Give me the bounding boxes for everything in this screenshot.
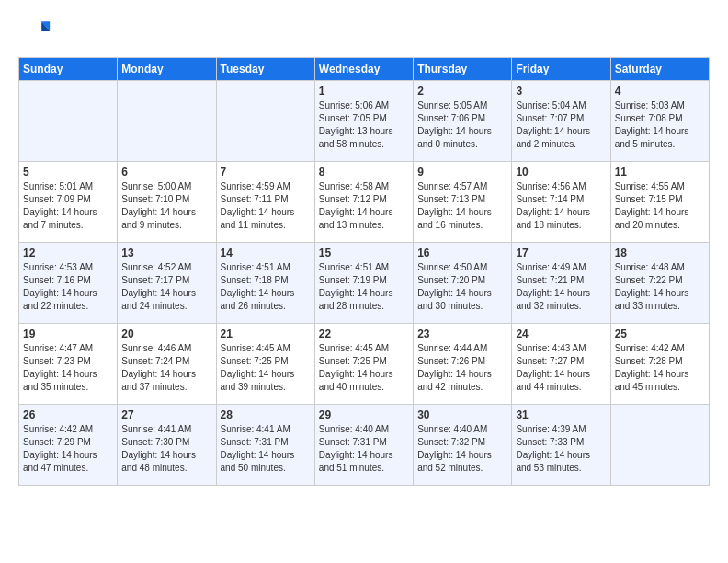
day-number: 22 — [319, 327, 409, 340]
day-detail: Sunrise: 4:48 AMSunset: 7:22 PMDaylight:… — [615, 261, 705, 313]
day-number: 13 — [121, 247, 211, 259]
calendar-cell: 2Sunrise: 5:05 AMSunset: 7:06 PMDaylight… — [414, 81, 512, 162]
day-number: 10 — [516, 166, 606, 178]
calendar-week-row: 5Sunrise: 5:01 AMSunset: 7:09 PMDaylight… — [19, 162, 710, 243]
day-detail: Sunrise: 4:43 AMSunset: 7:27 PMDaylight:… — [516, 342, 606, 394]
day-detail: Sunrise: 5:01 AMSunset: 7:09 PMDaylight:… — [23, 180, 113, 232]
calendar-cell: 28Sunrise: 4:41 AMSunset: 7:31 PMDayligh… — [216, 405, 314, 486]
calendar-cell — [118, 81, 216, 162]
calendar-cell: 27Sunrise: 4:41 AMSunset: 7:30 PMDayligh… — [118, 405, 216, 486]
calendar-cell: 13Sunrise: 4:52 AMSunset: 7:17 PMDayligh… — [118, 243, 216, 324]
day-number: 19 — [23, 327, 113, 340]
day-detail: Sunrise: 5:04 AMSunset: 7:07 PMDaylight:… — [516, 99, 606, 151]
day-number: 7 — [221, 166, 311, 178]
day-number: 2 — [417, 85, 507, 98]
calendar-cell: 8Sunrise: 4:58 AMSunset: 7:12 PMDaylight… — [314, 162, 413, 243]
calendar-cell: 23Sunrise: 4:44 AMSunset: 7:26 PMDayligh… — [414, 324, 512, 405]
weekday-header-sunday: Sunday — [19, 58, 118, 81]
calendar-cell: 17Sunrise: 4:49 AMSunset: 7:21 PMDayligh… — [512, 243, 610, 324]
calendar-cell: 19Sunrise: 4:47 AMSunset: 7:23 PMDayligh… — [19, 324, 118, 405]
calendar-cell — [19, 81, 118, 162]
calendar-cell: 11Sunrise: 4:55 AMSunset: 7:15 PMDayligh… — [610, 162, 709, 243]
day-number: 29 — [319, 408, 409, 421]
day-number: 12 — [23, 247, 113, 259]
day-detail: Sunrise: 4:40 AMSunset: 7:32 PMDaylight:… — [417, 423, 507, 475]
day-detail: Sunrise: 4:49 AMSunset: 7:21 PMDaylight:… — [516, 261, 606, 313]
calendar-cell: 14Sunrise: 4:51 AMSunset: 7:18 PMDayligh… — [216, 243, 314, 324]
day-detail: Sunrise: 5:06 AMSunset: 7:05 PMDaylight:… — [319, 99, 409, 151]
day-detail: Sunrise: 4:51 AMSunset: 7:18 PMDaylight:… — [221, 261, 311, 313]
day-number: 9 — [417, 166, 507, 178]
weekday-header-thursday: Thursday — [414, 58, 512, 81]
day-detail: Sunrise: 4:39 AMSunset: 7:33 PMDaylight:… — [516, 423, 606, 475]
day-number: 18 — [615, 247, 705, 259]
day-number: 25 — [615, 327, 705, 340]
day-number: 4 — [615, 85, 705, 98]
day-number: 27 — [121, 408, 211, 421]
calendar-cell: 7Sunrise: 4:59 AMSunset: 7:11 PMDaylight… — [216, 162, 314, 243]
day-detail: Sunrise: 4:47 AMSunset: 7:23 PMDaylight:… — [23, 342, 113, 394]
day-detail: Sunrise: 5:03 AMSunset: 7:08 PMDaylight:… — [615, 99, 705, 151]
day-number: 1 — [319, 85, 409, 98]
calendar-cell: 16Sunrise: 4:50 AMSunset: 7:20 PMDayligh… — [414, 243, 512, 324]
calendar-cell: 25Sunrise: 4:42 AMSunset: 7:28 PMDayligh… — [610, 324, 709, 405]
calendar-cell: 6Sunrise: 5:00 AMSunset: 7:10 PMDaylight… — [118, 162, 216, 243]
calendar-cell: 3Sunrise: 5:04 AMSunset: 7:07 PMDaylight… — [512, 81, 610, 162]
day-number: 30 — [417, 408, 507, 421]
weekday-header-row: SundayMondayTuesdayWednesdayThursdayFrid… — [19, 58, 710, 81]
day-detail: Sunrise: 4:51 AMSunset: 7:19 PMDaylight:… — [319, 261, 409, 313]
day-number: 21 — [221, 327, 311, 340]
day-number: 17 — [516, 247, 606, 259]
day-detail: Sunrise: 5:05 AMSunset: 7:06 PMDaylight:… — [417, 99, 507, 151]
day-number: 8 — [319, 166, 409, 178]
day-detail: Sunrise: 4:56 AMSunset: 7:14 PMDaylight:… — [516, 180, 606, 232]
calendar-week-row: 1Sunrise: 5:06 AMSunset: 7:05 PMDaylight… — [19, 81, 710, 162]
day-detail: Sunrise: 4:53 AMSunset: 7:16 PMDaylight:… — [23, 261, 113, 313]
calendar-cell — [610, 405, 709, 486]
day-detail: Sunrise: 4:59 AMSunset: 7:11 PMDaylight:… — [221, 180, 311, 232]
calendar-cell: 5Sunrise: 5:01 AMSunset: 7:09 PMDaylight… — [19, 162, 118, 243]
day-number: 15 — [319, 247, 409, 259]
day-number: 5 — [23, 166, 113, 178]
logo — [18, 15, 55, 48]
day-detail: Sunrise: 4:52 AMSunset: 7:17 PMDaylight:… — [121, 261, 211, 313]
weekday-header-friday: Friday — [512, 58, 610, 81]
day-detail: Sunrise: 4:41 AMSunset: 7:31 PMDaylight:… — [221, 423, 311, 475]
day-number: 23 — [417, 327, 507, 340]
calendar-cell: 18Sunrise: 4:48 AMSunset: 7:22 PMDayligh… — [610, 243, 709, 324]
day-number: 16 — [417, 247, 507, 259]
day-detail: Sunrise: 4:42 AMSunset: 7:29 PMDaylight:… — [23, 423, 113, 475]
weekday-header-saturday: Saturday — [610, 58, 709, 81]
calendar-cell: 12Sunrise: 4:53 AMSunset: 7:16 PMDayligh… — [19, 243, 118, 324]
weekday-header-monday: Monday — [118, 58, 216, 81]
calendar-cell: 30Sunrise: 4:40 AMSunset: 7:32 PMDayligh… — [414, 405, 512, 486]
page: SundayMondayTuesdayWednesdayThursdayFrid… — [0, 0, 728, 500]
day-number: 20 — [121, 327, 211, 340]
calendar-cell: 10Sunrise: 4:56 AMSunset: 7:14 PMDayligh… — [512, 162, 610, 243]
logo-icon — [18, 15, 51, 48]
calendar-cell: 20Sunrise: 4:46 AMSunset: 7:24 PMDayligh… — [118, 324, 216, 405]
day-detail: Sunrise: 5:00 AMSunset: 7:10 PMDaylight:… — [121, 180, 211, 232]
day-detail: Sunrise: 4:50 AMSunset: 7:20 PMDaylight:… — [417, 261, 507, 313]
calendar-cell: 31Sunrise: 4:39 AMSunset: 7:33 PMDayligh… — [512, 405, 610, 486]
day-detail: Sunrise: 4:55 AMSunset: 7:15 PMDaylight:… — [615, 180, 705, 232]
day-detail: Sunrise: 4:58 AMSunset: 7:12 PMDaylight:… — [319, 180, 409, 232]
day-detail: Sunrise: 4:40 AMSunset: 7:31 PMDaylight:… — [319, 423, 409, 475]
day-detail: Sunrise: 4:42 AMSunset: 7:28 PMDaylight:… — [615, 342, 705, 394]
calendar-cell: 4Sunrise: 5:03 AMSunset: 7:08 PMDaylight… — [610, 81, 709, 162]
day-number: 28 — [221, 408, 311, 421]
calendar-cell: 22Sunrise: 4:45 AMSunset: 7:25 PMDayligh… — [314, 324, 413, 405]
day-detail: Sunrise: 4:45 AMSunset: 7:25 PMDaylight:… — [319, 342, 409, 394]
calendar-cell: 21Sunrise: 4:45 AMSunset: 7:25 PMDayligh… — [216, 324, 314, 405]
calendar-cell: 29Sunrise: 4:40 AMSunset: 7:31 PMDayligh… — [314, 405, 413, 486]
day-number: 14 — [221, 247, 311, 259]
calendar-table: SundayMondayTuesdayWednesdayThursdayFrid… — [18, 57, 710, 486]
calendar-cell: 1Sunrise: 5:06 AMSunset: 7:05 PMDaylight… — [314, 81, 413, 162]
weekday-header-tuesday: Tuesday — [216, 58, 314, 81]
day-detail: Sunrise: 4:46 AMSunset: 7:24 PMDaylight:… — [121, 342, 211, 394]
calendar-week-row: 19Sunrise: 4:47 AMSunset: 7:23 PMDayligh… — [19, 324, 710, 405]
day-number: 31 — [516, 408, 606, 421]
calendar-cell: 15Sunrise: 4:51 AMSunset: 7:19 PMDayligh… — [314, 243, 413, 324]
calendar-cell: 26Sunrise: 4:42 AMSunset: 7:29 PMDayligh… — [19, 405, 118, 486]
day-number: 26 — [23, 408, 113, 421]
